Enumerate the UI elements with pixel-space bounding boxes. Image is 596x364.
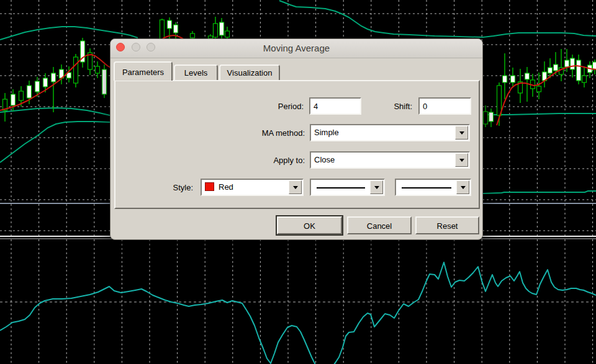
apply-to-value: Close [314, 155, 335, 164]
line-width-dropdown[interactable] [395, 179, 471, 196]
dialog-title: Moving Average [111, 43, 482, 53]
chevron-down-icon [459, 159, 464, 162]
apply-to-label: Apply to: [230, 156, 305, 165]
apply-to-dropdown[interactable]: Close [310, 151, 470, 169]
tab-levels[interactable]: Levels [174, 64, 218, 81]
ma-method-value: Simple [314, 128, 339, 137]
line-style-dropdown-arrow[interactable] [370, 180, 383, 194]
line-width-glyph [402, 187, 451, 189]
style-color-value: Red [219, 182, 233, 192]
tab-parameters[interactable]: Parameters [114, 61, 173, 81]
color-swatch [205, 182, 214, 191]
line-style-dropdown[interactable] [310, 179, 385, 196]
ma-method-dropdown[interactable]: Simple [310, 124, 470, 141]
style-color-dropdown[interactable]: Red [201, 179, 304, 196]
line-width-dropdown-arrow[interactable] [456, 180, 469, 194]
line-style-glyph [317, 187, 365, 189]
cancel-button[interactable]: Cancel [347, 216, 412, 234]
shift-label: Shift: [350, 102, 412, 111]
reset-button[interactable]: Reset [415, 216, 479, 234]
chevron-down-icon [459, 131, 464, 135]
chevron-down-icon [374, 186, 379, 189]
tab-visualization[interactable]: Visualization [219, 64, 280, 81]
ma-method-dropdown-arrow[interactable] [455, 126, 468, 140]
period-label: Period: [242, 102, 304, 111]
style-color-dropdown-arrow[interactable] [289, 180, 302, 194]
style-label: Style: [131, 183, 193, 192]
ma-method-label: MA method: [230, 128, 305, 138]
shift-input[interactable] [418, 97, 471, 115]
moving-average-dialog: Moving Average Parameters Levels Visuali… [110, 38, 483, 240]
dialog-title-bar[interactable]: Moving Average [111, 39, 482, 58]
apply-to-dropdown-arrow[interactable] [455, 153, 468, 167]
chevron-down-icon [461, 186, 466, 189]
ok-button[interactable]: OK [277, 216, 342, 234]
chevron-down-icon [293, 186, 298, 189]
